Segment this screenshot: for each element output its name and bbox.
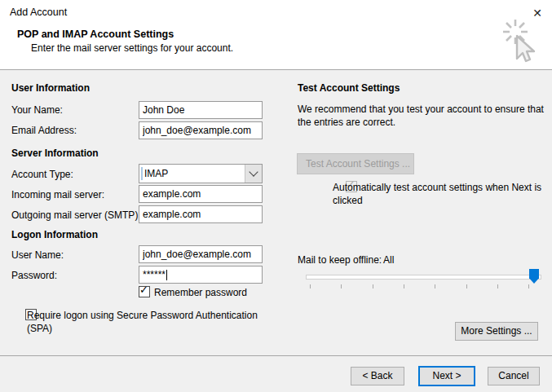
cancel-button[interactable]: Cancel [488, 367, 540, 385]
test-account-settings-button[interactable]: Test Account Settings ... [297, 153, 414, 174]
slider-tick [310, 284, 311, 288]
user-name-input[interactable] [139, 245, 263, 263]
slider-tick [404, 284, 404, 288]
window-title: Add Account [10, 7, 67, 18]
password-input[interactable]: ****** [139, 266, 263, 284]
offline-slider-track[interactable] [306, 275, 541, 280]
account-type-value: IMAP [143, 165, 245, 182]
incoming-server-label: Incoming mail server: [11, 189, 104, 200]
spa-label[interactable]: Require logon using Secure Password Auth… [27, 309, 272, 335]
email-address-input[interactable] [139, 121, 263, 139]
add-account-dialog: Add Account ✕ POP and IMAP Account Setti… [0, 0, 552, 392]
remember-password-label[interactable]: Remember password [154, 287, 247, 298]
outgoing-server-label: Outgoing mail server (SMTP): [11, 209, 141, 221]
mail-offline-label: Mail to keep offline: [298, 254, 382, 266]
more-settings-button[interactable]: More Settings ... [455, 322, 538, 341]
user-information-heading: User Information [11, 82, 90, 94]
your-name-label: Your Name: [11, 104, 63, 116]
auto-test-label: Automatically test account settings when… [333, 181, 546, 207]
footer-divider [0, 355, 552, 356]
test-description: We recommend that you test your account … [298, 103, 552, 129]
password-masked-value: ****** [143, 269, 166, 280]
server-information-heading: Server Information [11, 148, 99, 159]
cursor-click-icon [497, 18, 548, 71]
remember-password-checkbox[interactable]: ✓ [139, 286, 150, 297]
test-account-settings-heading: Test Account Settings [298, 82, 400, 94]
password-label: Password: [11, 270, 57, 281]
checkmark-icon: ✓ [139, 284, 148, 296]
mail-offline-value: All [383, 254, 394, 266]
logon-information-heading: Logon Information [11, 229, 98, 240]
your-name-input[interactable] [139, 101, 263, 119]
combobox-dropdown-button[interactable] [245, 165, 262, 183]
outgoing-server-input[interactable] [139, 205, 263, 223]
chevron-down-icon [249, 167, 258, 176]
text-caret [166, 270, 167, 280]
incoming-server-input[interactable] [139, 185, 263, 203]
slider-tick [373, 284, 373, 288]
account-type-combobox[interactable]: IMAP [139, 164, 263, 183]
slider-tick [435, 284, 435, 288]
page-title: POP and IMAP Account Settings [17, 29, 174, 40]
next-button[interactable]: Next > [418, 366, 475, 386]
email-address-label: Email Address: [11, 125, 77, 136]
account-type-label: Account Type: [11, 169, 73, 180]
back-button[interactable]: < Back [351, 367, 404, 385]
slider-tick [528, 284, 529, 288]
slider-tick [497, 284, 498, 288]
user-name-label: User Name: [11, 249, 64, 261]
page-subtitle: Enter the mail server settings for your … [31, 42, 233, 54]
offline-slider-thumb[interactable] [529, 269, 539, 284]
slider-tick [466, 284, 467, 288]
slider-tick [341, 284, 342, 288]
